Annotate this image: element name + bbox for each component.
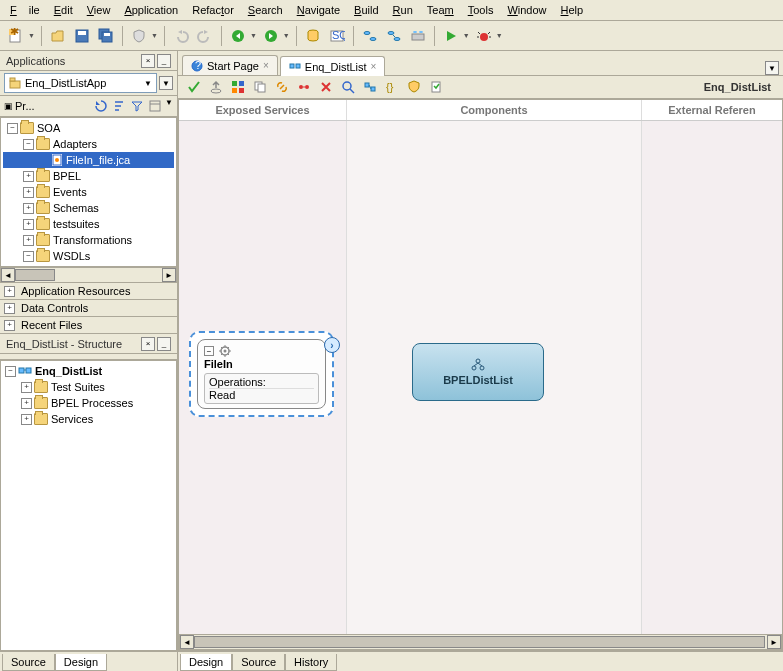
canvas-hscroll[interactable]: ◄►	[179, 634, 782, 650]
delete-icon[interactable]	[316, 77, 336, 97]
svg-point-58	[476, 359, 480, 363]
tree-node-testsuites[interactable]: +testsuites	[3, 216, 174, 232]
proj-filter-icon[interactable]	[129, 98, 145, 114]
lane-components[interactable]: BPELDistList	[347, 121, 642, 634]
tree-node-soa[interactable]: −SOA	[3, 120, 174, 136]
struct-node-bpelprocesses[interactable]: +BPEL Processes	[3, 395, 174, 411]
struct-node-services[interactable]: +Services	[3, 411, 174, 427]
menu-team[interactable]: Team	[421, 2, 460, 18]
structure-close-icon[interactable]: ×	[141, 337, 155, 351]
tree-node-events[interactable]: +Events	[3, 184, 174, 200]
struct-node-root[interactable]: −Enq_DistList	[3, 363, 174, 379]
debug-dropdown[interactable]: ▼	[496, 32, 503, 39]
tab-start-page[interactable]: ? Start Page ×	[182, 55, 278, 75]
component-icon[interactable]	[360, 77, 380, 97]
sql-icon[interactable]: SQL	[327, 26, 347, 46]
left-tab-design[interactable]: Design	[55, 654, 107, 671]
db-group1-icon[interactable]	[360, 26, 380, 46]
validate-icon[interactable]	[184, 77, 204, 97]
svg-line-62	[478, 363, 482, 366]
proj-refresh-icon[interactable]	[93, 98, 109, 114]
menu-refactor[interactable]: Refactor	[186, 2, 240, 18]
lane-exposed[interactable]: › − FileIn Operations: Read	[179, 121, 347, 634]
panel-minimize-icon[interactable]: _	[157, 54, 171, 68]
back-dropdown[interactable]: ▼	[250, 32, 257, 39]
db-group2-icon[interactable]	[384, 26, 404, 46]
back-button[interactable]	[228, 26, 248, 46]
bpel-component[interactable]: BPELDistList	[412, 343, 544, 401]
run-dropdown[interactable]: ▼	[463, 32, 470, 39]
tree-node-adapters[interactable]: −Adapters	[3, 136, 174, 152]
menu-navigate[interactable]: Navigate	[291, 2, 346, 18]
app-resources-section[interactable]: +Application Resources	[0, 283, 177, 300]
editor-tab-history[interactable]: History	[285, 654, 337, 671]
menu-tools[interactable]: Tools	[462, 2, 500, 18]
braces-icon[interactable]: {}	[382, 77, 402, 97]
deploy-icon[interactable]	[206, 77, 226, 97]
forward-button[interactable]	[261, 26, 281, 46]
palette-icon[interactable]	[228, 77, 248, 97]
menu-search[interactable]: Search	[242, 2, 289, 18]
copy-icon[interactable]	[250, 77, 270, 97]
menu-run[interactable]: Run	[387, 2, 419, 18]
tree-node-transformations[interactable]: +Transformations	[3, 232, 174, 248]
tree-node-schemas[interactable]: +Schemas	[3, 200, 174, 216]
panel-close-icon[interactable]: ×	[141, 54, 155, 68]
menu-help[interactable]: Help	[555, 2, 590, 18]
link-icon[interactable]	[272, 77, 292, 97]
menu-file[interactable]: File	[4, 2, 46, 18]
save-button[interactable]	[72, 26, 92, 46]
tree-node-bpel[interactable]: +BPEL	[3, 168, 174, 184]
tabs-menu-icon[interactable]: ▼	[765, 61, 779, 75]
output-port-icon[interactable]: ›	[324, 337, 340, 353]
tree-node-wsdls[interactable]: −WSDLs	[3, 248, 174, 264]
search-icon[interactable]	[338, 77, 358, 97]
debug-button[interactable]	[474, 26, 494, 46]
structure-minimize-icon[interactable]: _	[157, 337, 171, 351]
menu-edit[interactable]: Edit	[48, 2, 79, 18]
app-selector-dropdown[interactable]: ▼	[159, 76, 173, 90]
close-icon[interactable]: ×	[263, 60, 269, 71]
open-button[interactable]	[48, 26, 68, 46]
new-dropdown[interactable]: ▼	[28, 32, 35, 39]
binding-icon[interactable]	[294, 77, 314, 97]
tree-node-file[interactable]: FileIn_file.jca	[3, 152, 174, 168]
canvas-body[interactable]: › − FileIn Operations: Read	[179, 121, 782, 634]
struct-node-testsuites[interactable]: +Test Suites	[3, 379, 174, 395]
file-adapter-component[interactable]: › − FileIn Operations: Read	[189, 331, 334, 417]
proj-menu-dropdown[interactable]: ▼	[165, 98, 173, 114]
db-group3-icon[interactable]	[408, 26, 428, 46]
project-tree[interactable]: −SOA −Adapters FileIn_file.jca +BPEL +Ev…	[0, 117, 177, 267]
projects-expand-icon[interactable]: ▣	[4, 101, 13, 111]
menu-window[interactable]: Window	[501, 2, 552, 18]
tree-hscroll[interactable]: ◄►	[0, 267, 177, 283]
shield-icon[interactable]	[129, 26, 149, 46]
data-controls-section[interactable]: +Data Controls	[0, 300, 177, 317]
menu-view[interactable]: View	[81, 2, 117, 18]
undo-button[interactable]	[171, 26, 191, 46]
recent-files-section[interactable]: +Recent Files	[0, 317, 177, 334]
saveall-button[interactable]	[96, 26, 116, 46]
app-selector[interactable]: Enq_DistListApp ▼	[4, 73, 157, 93]
proj-options-icon[interactable]	[147, 98, 163, 114]
new-button[interactable]: ✱	[6, 26, 26, 46]
tab-enq-distlist[interactable]: Enq_DistList ×	[280, 56, 386, 76]
proj-sort-icon[interactable]	[111, 98, 127, 114]
svg-point-13	[364, 31, 370, 34]
structure-tree[interactable]: −Enq_DistList +Test Suites +BPEL Process…	[0, 360, 177, 651]
left-tab-source[interactable]: Source	[2, 654, 55, 671]
forward-dropdown[interactable]: ▼	[283, 32, 290, 39]
menu-build[interactable]: Build	[348, 2, 384, 18]
collapse-icon[interactable]: −	[204, 346, 214, 356]
shield-dropdown[interactable]: ▼	[151, 32, 158, 39]
test-icon[interactable]	[426, 77, 446, 97]
menu-application[interactable]: Application	[118, 2, 184, 18]
security-icon[interactable]	[404, 77, 424, 97]
editor-tab-design[interactable]: Design	[180, 654, 232, 671]
run-button[interactable]	[441, 26, 461, 46]
lane-external[interactable]	[642, 121, 782, 634]
editor-tab-source[interactable]: Source	[232, 654, 285, 671]
redo-button[interactable]	[195, 26, 215, 46]
close-icon[interactable]: ×	[371, 61, 377, 72]
db-icon[interactable]	[303, 26, 323, 46]
